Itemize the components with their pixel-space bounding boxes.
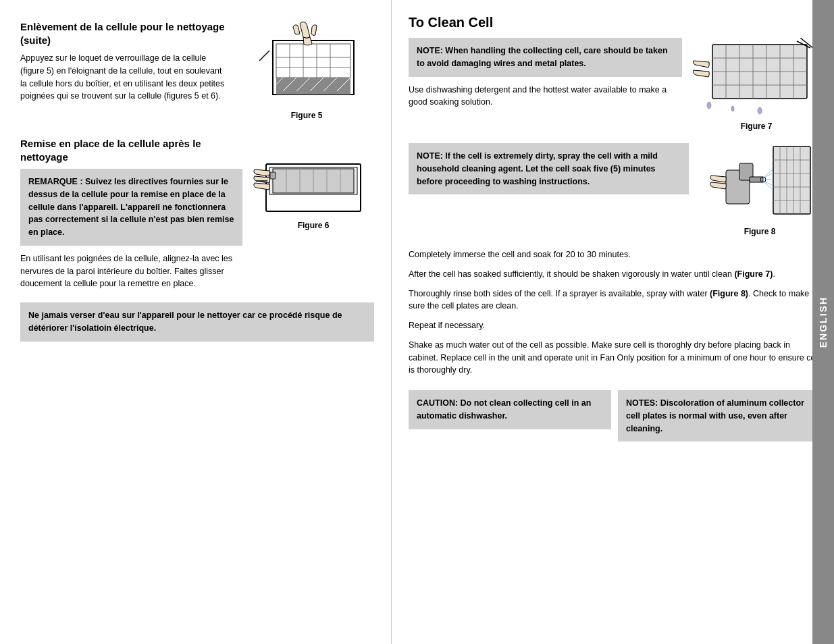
right-para3: After the cell has soaked sufficiently, … <box>409 268 820 281</box>
section2-warning: Ne jamais verser d'eau sur l'appareil po… <box>20 302 374 342</box>
svg-line-8 <box>259 51 269 61</box>
figure6-label: Figure 6 <box>298 221 330 230</box>
section2-text: Remise en place de la cellule après le n… <box>20 137 242 297</box>
english-tab-label: ENGLISH <box>818 296 829 348</box>
svg-rect-40 <box>773 146 810 214</box>
page-container: Enlèvement de la cellule pour le nettoya… <box>0 0 834 644</box>
caution-box-container: CAUTION: Do not clean collecting cell in… <box>409 390 611 441</box>
figure6-container: Figure 6 <box>253 137 374 290</box>
right-top-section: NOTE: When handling the collecting cell,… <box>409 38 820 138</box>
section2-content: Remise en place de la cellule après le n… <box>20 137 374 297</box>
notes-end-box: NOTES: Discoloration of aluminum collect… <box>618 390 820 441</box>
section2-title: Remise en place de la cellule après le n… <box>20 137 242 163</box>
figure7-label: Figure 7 <box>741 122 773 131</box>
notes-end-container: NOTES: Discoloration of aluminum collect… <box>618 390 820 441</box>
svg-point-37 <box>707 102 711 109</box>
figure5-illustration <box>239 20 374 108</box>
figure8-illustration <box>699 143 820 224</box>
caution-box: CAUTION: Do not clean collecting cell in… <box>409 390 611 429</box>
right-column: To Clean Cell NOTE: When handling the co… <box>392 0 834 644</box>
figure8-container: Figure 8 <box>699 143 820 236</box>
bottom-notes: CAUTION: Do not clean collecting cell in… <box>409 390 820 441</box>
english-tab: ENGLISH <box>812 0 834 644</box>
right-title: To Clean Cell <box>409 14 820 31</box>
svg-point-38 <box>731 106 734 111</box>
right-para6: Shake as much water out of the cell as p… <box>409 339 820 377</box>
svg-line-54 <box>763 181 772 185</box>
figure7-illustration <box>692 38 820 119</box>
section1-text: Enlèvement de la cellule pour le nettoya… <box>20 20 229 127</box>
svg-rect-1 <box>276 44 350 78</box>
right-note2-block: NOTE: If the cell is extremely dirty, sp… <box>409 143 689 243</box>
right-para1: Use dishwashing detergent and the hottes… <box>409 84 682 109</box>
right-note2: NOTE: If the cell is extremely dirty, sp… <box>409 143 689 194</box>
section2-note: REMARQUE : Suivez les directives fournie… <box>20 169 242 246</box>
section1-title: Enlèvement de la cellule pour le nettoya… <box>20 20 229 47</box>
figure5-container: Figure 5 <box>239 20 374 120</box>
svg-point-39 <box>758 107 762 114</box>
section2: Remise en place de la cellule après le n… <box>20 134 374 348</box>
right-para4: Thoroughly rinse both sides of the cell.… <box>409 288 820 313</box>
right-para2: Completely immerse the cell and soak for… <box>409 248 820 261</box>
right-para5: Repeat if necessary. <box>409 319 820 332</box>
section1-body: Appuyez sur le loquet de verrouillage de… <box>20 52 229 103</box>
figure7-container: Figure 7 <box>692 38 820 131</box>
right-mid-section: NOTE: If the cell is extremely dirty, sp… <box>409 143 820 243</box>
figure6-illustration <box>253 137 374 218</box>
right-note1-block: NOTE: When handling the collecting cell,… <box>409 38 682 138</box>
right-note1: NOTE: When handling the collecting cell,… <box>409 38 682 77</box>
section1-top: Enlèvement de la cellule pour le nettoya… <box>20 20 374 127</box>
figure8-label: Figure 8 <box>744 227 776 236</box>
figure5-label: Figure 5 <box>291 111 323 120</box>
svg-rect-24 <box>270 172 276 179</box>
section2-body: En utilisant les poignées de la cellule,… <box>20 252 242 290</box>
left-column: Enlèvement de la cellule pour le nettoya… <box>0 0 392 644</box>
